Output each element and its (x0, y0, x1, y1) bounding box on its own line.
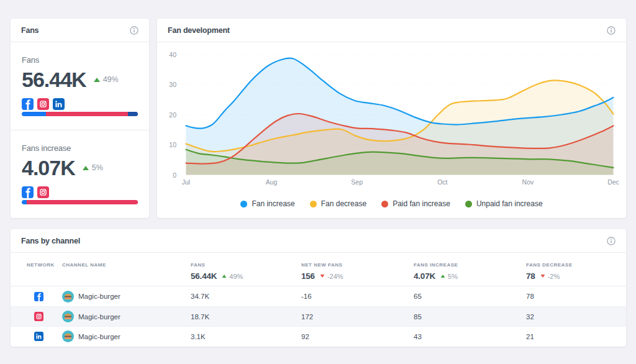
column-header-net-new-fans[interactable]: Net new fans (301, 262, 414, 268)
summary-value: 156 (301, 271, 315, 281)
facebook-bar-segment (22, 112, 46, 116)
info-icon[interactable] (130, 26, 139, 35)
fans-by-channel-card: Fans by channel Network Channel name Fan… (11, 229, 626, 347)
summary-value: 4.07K (414, 271, 435, 281)
summary-percent: 5% (448, 273, 458, 280)
kpi-value: 4.07K (22, 157, 75, 178)
column-fans-decrease: Fans decrease 78 -2% (526, 253, 626, 281)
legend-item[interactable]: Fan decrease (310, 199, 366, 208)
channel-name[interactable]: Magic-burger (78, 293, 120, 300)
trend-up-icon (83, 166, 89, 170)
legend-item[interactable]: Unpaid fan increase (465, 199, 543, 208)
table-row[interactable]: Magic-burger 3.1K 92 43 21 (11, 326, 626, 346)
y-tick-label: 10 (169, 141, 176, 148)
channel-cell: Magic-burger (62, 311, 191, 322)
legend-dot (240, 201, 247, 207)
legend-item[interactable]: Paid fan increase (381, 199, 450, 208)
chart-card-header: Fan development (157, 19, 626, 42)
instagram-icon[interactable] (37, 98, 49, 110)
column-header-network[interactable]: Network (11, 262, 62, 268)
table-row[interactable]: Magic-burger 18.7K 172 85 32 (11, 306, 626, 326)
column-header-fans[interactable]: Fans (191, 262, 301, 268)
info-icon[interactable] (607, 26, 616, 35)
column-header-fans-increase[interactable]: Fans increase (414, 262, 526, 268)
trend-down-icon (540, 275, 545, 278)
network-distribution-bar (22, 200, 138, 204)
linkedin-bar-segment (128, 112, 138, 116)
legend-dot (465, 201, 472, 207)
fans-increase-cell: 85 (414, 313, 526, 321)
fan-development-card: Fan development 010203040JulAugSepOctNov… (157, 19, 626, 218)
y-tick-label: 40 (169, 51, 176, 58)
instagram-icon (34, 312, 62, 321)
legend-item[interactable]: Fan increase (240, 199, 294, 208)
summary-fans: 56.44K 49% (191, 271, 301, 281)
net-new-fans-cell: 172 (301, 313, 414, 321)
channel-name[interactable]: Magic-burger (78, 313, 120, 321)
y-tick-label: 30 (169, 81, 176, 88)
table-header-row: Network Channel name Fans 56.44K 49% Net… (11, 253, 626, 286)
net-new-fans-cell: 92 (301, 333, 414, 340)
fans-cell: 18.7K (191, 313, 301, 321)
summary-value: 56.44K (191, 271, 217, 281)
y-tick-label: 20 (169, 111, 176, 119)
fans-increase-cell: 65 (414, 293, 526, 300)
channel-avatar (62, 291, 74, 303)
summary-fans-decrease: 78 -2% (526, 271, 626, 281)
facebook-bar-segment (22, 200, 27, 204)
legend-label: Paid fan increase (393, 199, 450, 208)
column-fans: Fans 56.44K 49% (191, 253, 301, 281)
channel-avatar (62, 330, 74, 342)
fans-decrease-cell: 21 (526, 333, 626, 340)
fans-card-header: Fans (11, 19, 149, 42)
summary-percent: -2% (548, 273, 560, 280)
summary-net-new-fans: 156 -24% (301, 271, 414, 281)
net-new-fans-cell: -16 (301, 293, 414, 300)
trend-down-icon (320, 275, 324, 278)
instagram-bar-segment (46, 112, 128, 116)
column-fans-increase: Fans increase 4.07K 5% (414, 253, 526, 281)
fan-development-chart[interactable]: 010203040JulAugSepOctNovDec (157, 42, 626, 191)
channel-name[interactable]: Magic-burger (78, 333, 120, 340)
kpi-label: Fans increase (22, 143, 138, 153)
fans-increase-cell: 43 (414, 333, 526, 340)
facebook-icon[interactable] (22, 98, 34, 110)
legend-dot (381, 201, 388, 207)
x-tick-label: Dec (607, 178, 619, 186)
linkedin-icon[interactable] (53, 98, 65, 110)
legend-label: Unpaid fan increase (476, 199, 543, 208)
fans-increase-kpi-section: Fans increase 4.07K 5% (11, 130, 149, 204)
trend-up-icon (94, 78, 100, 82)
chart-card-title: Fan development (168, 26, 230, 35)
kpi-percent: 49% (103, 75, 119, 84)
network-icons (22, 98, 138, 110)
kpi-value-row: 56.44K 49% (22, 69, 138, 90)
column-net-new-fans: Net new fans 156 -24% (301, 253, 414, 281)
kpi-percent: 5% (92, 163, 103, 172)
x-tick-label: Nov (522, 178, 534, 186)
fans-kpi-section: Fans 56.44K 49% (11, 42, 149, 130)
facebook-icon[interactable] (22, 186, 34, 198)
table-card-title: Fans by channel (21, 237, 80, 245)
x-tick-label: Aug (266, 178, 278, 186)
column-header-channel-name[interactable]: Channel name (62, 262, 191, 268)
network-cell (11, 312, 62, 321)
kpi-value-row: 4.07K 5% (22, 157, 138, 178)
facebook-icon (34, 292, 62, 301)
column-header-fans-decrease[interactable]: Fans decrease (526, 262, 626, 268)
summary-fans-increase: 4.07K 5% (414, 271, 526, 281)
table-row[interactable]: Magic-burger 34.7K -16 65 78 (11, 286, 626, 306)
table-card-header: Fans by channel (11, 229, 626, 253)
legend-label: Fan decrease (321, 199, 366, 208)
chart-legend: Fan increaseFan decreasePaid fan increas… (157, 199, 626, 208)
fans-decrease-cell: 78 (526, 293, 626, 300)
legend-label: Fan increase (252, 199, 294, 208)
instagram-icon[interactable] (37, 186, 49, 198)
summary-percent: -24% (327, 273, 343, 280)
kpi-value: 56.44K (22, 69, 86, 90)
channel-avatar (62, 311, 74, 322)
fans-cell: 3.1K (191, 333, 301, 340)
info-icon[interactable] (607, 237, 616, 245)
fans-summary-card: Fans Fans 56.44K 49% Fans increase 4.07K… (11, 19, 149, 218)
x-tick-label: Jul (182, 178, 190, 186)
